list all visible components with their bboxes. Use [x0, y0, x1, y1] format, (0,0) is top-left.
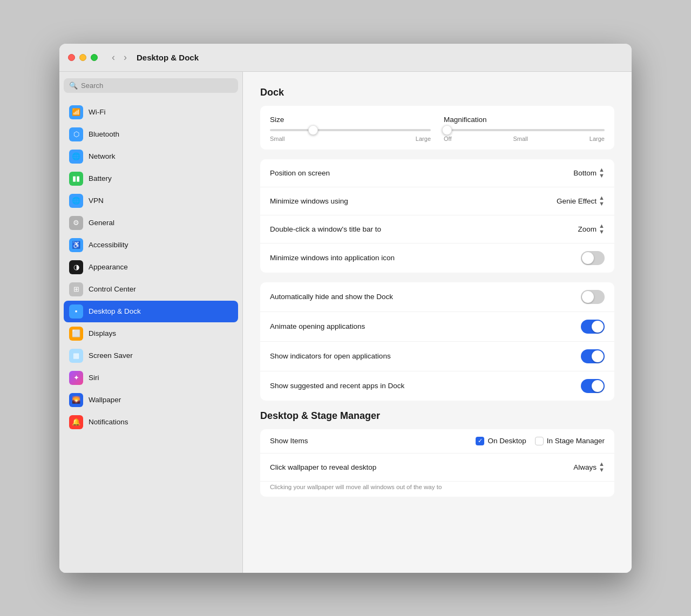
minimize-value: Genie Effect	[557, 197, 597, 205]
in-stage-option[interactable]: In Stage Manager	[535, 437, 605, 445]
on-desktop-checkbox[interactable]: ✓	[476, 437, 484, 445]
wifi-label: Wi-Fi	[89, 108, 105, 116]
desktopdock-label: Desktop & Dock	[89, 307, 141, 315]
controlcenter-label: Control Center	[89, 285, 136, 293]
show-items-row: Show Items ✓ On Desktop In Stage Manager	[260, 429, 614, 453]
minimize-label: Minimize windows using	[270, 197, 557, 205]
search-input[interactable]	[81, 82, 233, 90]
battery-icon: ▮▮	[69, 172, 83, 186]
autohide-toggle[interactable]	[581, 290, 605, 304]
bluetooth-label: Bluetooth	[89, 130, 119, 138]
size-slider-track[interactable]	[270, 129, 431, 131]
click-wallpaper-subtitle: Clicking your wallpaper will move all wi…	[260, 482, 614, 497]
sidebar: 🔍 📶Wi-Fi⬡Bluetooth🌐Network▮▮Battery🌐VPN⚙…	[59, 72, 243, 573]
sidebar-item-siri[interactable]: ✦Siri	[64, 367, 238, 389]
in-stage-checkbox[interactable]	[535, 437, 544, 445]
suggested-toggle[interactable]	[581, 379, 605, 393]
position-value: Bottom	[573, 169, 597, 177]
on-desktop-option[interactable]: ✓ On Desktop	[476, 437, 526, 445]
sidebar-item-wifi[interactable]: 📶Wi-Fi	[64, 101, 238, 123]
doubleclick-control[interactable]: Zoom ▲▼	[578, 223, 605, 235]
click-wallpaper-row: Click wallpaper to reveal desktop Always…	[260, 453, 614, 482]
mag-small-label: Small	[513, 136, 528, 142]
animate-knob	[592, 321, 604, 333]
sidebar-item-network[interactable]: 🌐Network	[64, 146, 238, 167]
indicators-label: Show indicators for open applications	[270, 352, 581, 360]
size-slider-group: Size Small Large	[270, 116, 431, 142]
minimize-into-toggle[interactable]	[581, 251, 605, 265]
autohide-label: Automatically hide and show the Dock	[270, 293, 581, 301]
on-desktop-label: On Desktop	[487, 437, 526, 445]
minimize-button[interactable]	[79, 54, 86, 61]
suggested-control[interactable]	[581, 379, 605, 393]
minimize-into-label: Minimize windows into application icon	[270, 254, 581, 262]
doubleclick-value: Zoom	[578, 225, 597, 233]
close-button[interactable]	[68, 54, 75, 61]
back-button[interactable]: ‹	[109, 51, 118, 64]
animate-toggle[interactable]	[581, 320, 605, 334]
sidebar-item-vpn[interactable]: 🌐VPN	[64, 190, 238, 212]
controlcenter-icon: ⊞	[69, 282, 83, 296]
magnification-slider-labels: Off Small Large	[444, 136, 605, 142]
minimize-control[interactable]: Genie Effect ▲▼	[557, 195, 605, 207]
suggested-knob	[592, 380, 604, 392]
position-control[interactable]: Bottom ▲▼	[573, 167, 605, 179]
size-magnification-card: Size Small Large Magnification	[260, 106, 614, 150]
doubleclick-row: Double-click a window's title bar to Zoo…	[260, 215, 614, 243]
autohide-control[interactable]	[581, 290, 605, 304]
vpn-icon: 🌐	[69, 194, 83, 208]
magnification-slider-thumb[interactable]	[442, 125, 452, 135]
wallpaper-label: Wallpaper	[89, 396, 121, 404]
sidebar-item-accessibility[interactable]: ♿Accessibility	[64, 234, 238, 256]
maximize-button[interactable]	[91, 54, 98, 61]
indicators-toggle[interactable]	[581, 349, 605, 363]
notifications-icon: 🔔	[69, 415, 83, 429]
size-large-label: Large	[416, 136, 431, 142]
suggested-label: Show suggested and recent apps in Dock	[270, 382, 581, 390]
sidebar-item-screensaver[interactable]: ▦Screen Saver	[64, 345, 238, 367]
magnification-slider-track[interactable]	[444, 129, 605, 131]
general-label: General	[89, 219, 114, 227]
content-area: 🔍 📶Wi-Fi⬡Bluetooth🌐Network▮▮Battery🌐VPN⚙…	[59, 72, 632, 573]
mag-off-label: Off	[444, 136, 451, 142]
accessibility-icon: ♿	[69, 238, 83, 252]
position-arrows: ▲▼	[599, 167, 605, 179]
sidebar-item-desktopdock[interactable]: ▪Desktop & Dock	[64, 301, 238, 322]
size-slider-thumb[interactable]	[308, 125, 318, 135]
sidebar-item-appearance[interactable]: ◑Appearance	[64, 256, 238, 278]
wifi-icon: 📶	[69, 105, 83, 119]
click-wallpaper-control[interactable]: Always ▲▼	[573, 461, 605, 473]
appearance-icon: ◑	[69, 260, 83, 274]
sidebar-item-notifications[interactable]: 🔔Notifications	[64, 411, 238, 433]
sidebar-item-battery[interactable]: ▮▮Battery	[64, 168, 238, 189]
indicators-row: Show indicators for open applications	[260, 342, 614, 371]
bluetooth-icon: ⬡	[69, 127, 83, 141]
battery-label: Battery	[89, 174, 112, 182]
search-box[interactable]: 🔍	[64, 78, 238, 93]
forward-button[interactable]: ›	[120, 51, 130, 64]
main-content: Dock Size Small Large Ma	[243, 72, 632, 573]
appearance-label: Appearance	[89, 263, 128, 271]
position-row: Position on screen Bottom ▲▼	[260, 159, 614, 187]
minimize-into-control[interactable]	[581, 251, 605, 265]
dock-settings-card-1: Position on screen Bottom ▲▼ Minimize wi…	[260, 159, 614, 273]
indicators-control[interactable]	[581, 349, 605, 363]
displays-label: Displays	[89, 329, 116, 337]
sidebar-item-wallpaper[interactable]: 🌄Wallpaper	[64, 389, 238, 411]
sidebar-item-bluetooth[interactable]: ⬡Bluetooth	[64, 124, 238, 145]
search-icon: 🔍	[69, 82, 78, 90]
minimize-row: Minimize windows using Genie Effect ▲▼	[260, 187, 614, 215]
displays-icon: ⬜	[69, 327, 83, 341]
sidebar-item-controlcenter[interactable]: ⊞Control Center	[64, 279, 238, 300]
dock-settings-card-2: Automatically hide and show the Dock Ani…	[260, 282, 614, 401]
animate-label: Animate opening applications	[270, 322, 581, 330]
siri-label: Siri	[89, 374, 99, 382]
sidebar-item-general[interactable]: ⚙General	[64, 212, 238, 234]
dock-section-title: Dock	[260, 87, 614, 98]
animate-control[interactable]	[581, 320, 605, 334]
sidebar-item-displays[interactable]: ⬜Displays	[64, 323, 238, 344]
network-label: Network	[89, 152, 116, 160]
suggested-row: Show suggested and recent apps in Dock	[260, 371, 614, 401]
position-label: Position on screen	[270, 169, 573, 177]
desktopdock-icon: ▪	[69, 304, 83, 319]
